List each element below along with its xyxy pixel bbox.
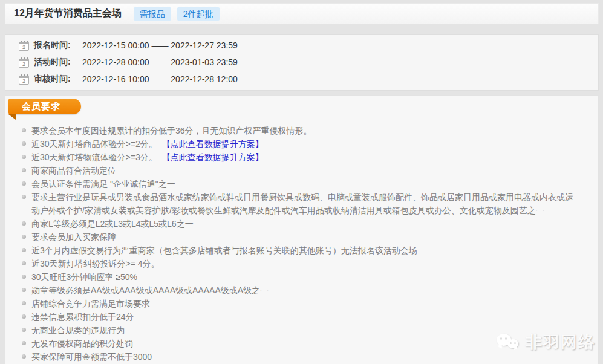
requirement-item: 30天旺旺3分钟响应率 ≥50% — [22, 270, 574, 284]
badge-min-batch: 2件起批 — [177, 7, 220, 21]
schedule-panel: 2 报名时间: 2022-12-15 00:00 —— 2022-12-27 2… — [5, 34, 599, 91]
badge-need-report: 需报品 — [134, 7, 171, 21]
requirement-text: 30天旺旺3分钟响应率 ≥50% — [31, 272, 137, 282]
requirement-text: 会员认证条件需满足 "企业诚信通"之一 — [31, 179, 175, 189]
bullet-icon — [22, 341, 26, 345]
requirement-text: 违禁信息累积扣分低于24分 — [31, 312, 134, 322]
schedule-row-activity: 2 活动时间: 2022-12-28 00:00 —— 2023-01-03 2… — [15, 54, 598, 71]
calendar-icon: 2 — [19, 59, 29, 68]
schedule-value: 2022-12-16 10:00 —— 2022-12-28 12:00 — [82, 74, 238, 84]
page: { "colors": { "page_bg": "#e4e4e4", "pan… — [0, 0, 603, 364]
schedule-value: 2022-12-15 00:00 —— 2022-12-27 23:59 — [82, 41, 238, 50]
bullet-icon — [22, 221, 26, 226]
requirement-text: 商家L等级必须是L2或L3或L4或L5或L6之一 — [31, 219, 194, 229]
schedule-value: 2022-12-28 00:00 —— 2023-01-03 23:59 — [82, 57, 238, 67]
requirements-panel: 会员要求 要求会员本年度因违规累计的扣分低于36分，且无知识产权严重侵权情形。 … — [5, 95, 599, 364]
bullet-icon — [22, 328, 26, 332]
section-title: 会员要求 — [22, 101, 60, 111]
requirement-item: 买家保障可用金额需不低于3000 — [22, 350, 574, 363]
data-improvement-link[interactable]: 【点此查看数据提升方案】 — [162, 152, 264, 162]
calendar-icon: 2 — [19, 76, 29, 85]
requirement-item: 会员认证条件需满足 "企业诚信通"之一 — [22, 177, 574, 190]
requirement-item: 无商业合规类的违规行为 — [22, 323, 574, 337]
requirement-item: 近3个月内虚假交易行为严重商家（包含其多店铺或者与报名账号关联的其他账号）无法报… — [22, 244, 574, 257]
schedule-row-signup: 2 报名时间: 2022-12-15 00:00 —— 2022-12-27 2… — [15, 37, 598, 54]
schedule-label: 审核时间: — [34, 74, 77, 85]
calendar-icon: 2 — [19, 42, 29, 51]
bullet-icon — [22, 128, 26, 132]
section-ribbon: 会员要求 — [8, 99, 81, 114]
bullet-icon — [22, 155, 26, 159]
bullet-icon — [22, 181, 26, 186]
schedule-row-review: 2 审核时间: 2022-12-16 10:00 —— 2022-12-28 1… — [15, 71, 598, 88]
requirement-item: 违禁信息累积扣分低于24分 — [22, 310, 574, 323]
requirement-item: 近30天新灯塔纠纷投诉分>= 4分。 — [22, 257, 574, 270]
bullet-icon — [22, 261, 26, 265]
requirement-text: 要求主营行业是玩具或男装或食品酒水或家纺家饰或鞋或日用餐厨饮具或数码、电脑或童装… — [31, 192, 573, 215]
bullet-icon — [22, 288, 26, 292]
requirement-text: 近30天新灯塔纠纷投诉分>= 4分。 — [31, 259, 160, 268]
requirement-item: 无发布侵权商品的积分处罚 — [22, 337, 574, 350]
requirement-text: 无发布侵权商品的积分处罚 — [31, 339, 133, 348]
schedule-label: 活动时间: — [34, 57, 77, 68]
bullet-icon — [22, 168, 26, 172]
bullet-icon — [22, 301, 26, 305]
requirement-item: 近30天新灯塔商品体验分>=2分。【点此查看数据提升方案】 — [22, 137, 574, 151]
requirement-text: 买家保障可用金额需不低于3000 — [31, 352, 152, 362]
requirement-item: 勋章等级必须是AA级或AAA级或AAAA级或AAAAA级或A级之一 — [22, 284, 574, 297]
requirement-text: 无商业合规类的违规行为 — [31, 325, 125, 335]
bullet-icon — [22, 235, 26, 239]
page-title: 12月年货节消费品主会场 — [14, 7, 122, 20]
requirement-item: 近30天新灯塔物流体验分>=3分。【点此查看数据提升方案】 — [22, 151, 574, 164]
header-bar: 12月年货节消费品主会场 需报品 2件起批 — [5, 3, 599, 24]
requirements-list: 要求会员本年度因违规累计的扣分低于36分，且无知识产权严重侵权情形。 近30天新… — [22, 124, 574, 363]
requirement-text: 近30天新灯塔物流体验分>=3分。 — [31, 152, 157, 162]
requirement-item: 要求会员加入买家保障 — [22, 230, 574, 244]
requirement-text: 商家商品符合活动定位 — [31, 166, 116, 175]
requirement-item: 要求会员本年度因违规累计的扣分低于36分，且无知识产权严重侵权情形。 — [22, 124, 574, 137]
bullet-icon — [22, 354, 26, 359]
bullet-icon — [22, 195, 26, 199]
bullet-icon — [22, 248, 26, 252]
data-improvement-link[interactable]: 【点此查看数据提升方案】 — [162, 139, 264, 149]
requirement-item: 商家L等级必须是L2或L3或L4或L5或L6之一 — [22, 217, 574, 230]
bullet-icon — [22, 141, 26, 146]
bullet-icon — [22, 314, 26, 319]
bullet-icon — [22, 275, 26, 279]
content-wrap: 12月年货节消费品主会场 需报品 2件起批 2 报名时间: 2022-12-15… — [5, 3, 599, 364]
requirement-text: 要求会员加入买家保障 — [31, 232, 116, 242]
requirement-text: 近30天新灯塔商品体验分>=2分。 — [31, 139, 157, 149]
requirement-text: 近3个月内虚假交易行为严重商家（包含其多店铺或者与报名账号关联的其他账号）无法报… — [31, 245, 417, 255]
requirement-item: 商家商品符合活动定位 — [22, 164, 574, 177]
requirement-item: 要求主营行业是玩具或男装或食品酒水或家纺家饰或鞋或日用餐厨饮具或数码、电脑或童装… — [22, 190, 574, 217]
requirement-text: 勋章等级必须是AA级或AAA级或AAAA级或AAAAA级或A级之一 — [31, 285, 269, 295]
schedule-label: 报名时间: — [34, 40, 77, 51]
requirement-text: 店铺综合竞争力需满足市场要求 — [31, 299, 150, 308]
requirement-text: 要求会员本年度因违规累计的扣分低于36分，且无知识产权严重侵权情形。 — [31, 126, 312, 135]
requirement-item: 店铺综合竞争力需满足市场要求 — [22, 297, 574, 310]
